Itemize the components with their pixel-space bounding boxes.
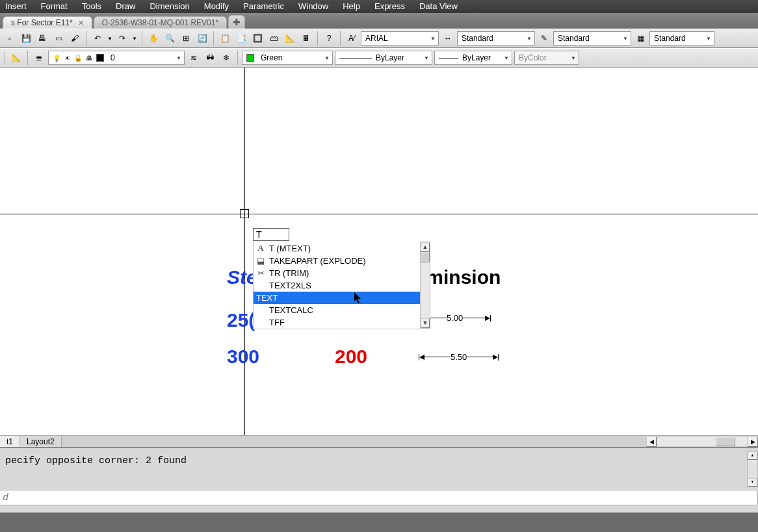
- suggestion-text[interactable]: TEXT: [254, 292, 420, 304]
- menu-format[interactable]: Format: [41, 1, 68, 11]
- separator: [86, 31, 86, 45]
- scroll-left-icon[interactable]: ◀: [646, 437, 657, 447]
- mleader-style-icon[interactable]: ✎: [537, 31, 551, 45]
- tool-palette-icon[interactable]: 🔲: [250, 31, 265, 45]
- lineweight-dropdown[interactable]: ByLayer: [434, 51, 512, 65]
- help-icon[interactable]: ?: [322, 31, 336, 45]
- menu-dataview[interactable]: Data View: [419, 1, 458, 11]
- tablestyle-dropdown[interactable]: Standard: [649, 31, 714, 45]
- layer-dropdown[interactable]: 💡 ☀ 🔓 🖶 0: [48, 51, 185, 65]
- zoom-window-icon[interactable]: ⊞: [179, 31, 193, 45]
- layout-tab-t1[interactable]: t1: [0, 436, 20, 447]
- layer-tool-icon[interactable]: 📐: [9, 51, 23, 65]
- dimension-value: 5.50: [451, 352, 467, 362]
- color-label: Green: [261, 53, 282, 62]
- text-icon: A: [256, 243, 265, 253]
- dynamic-input-box[interactable]: T: [253, 228, 289, 241]
- clean-icon[interactable]: 🗃: [267, 31, 281, 45]
- undo-dd-icon[interactable]: ▼: [107, 31, 113, 45]
- select-icon[interactable]: ▭: [51, 31, 66, 45]
- linetype-dropdown[interactable]: ByLayer: [335, 51, 432, 65]
- pan-icon[interactable]: ✋: [146, 31, 161, 45]
- color-swatch: [246, 54, 254, 62]
- scroll-thumb[interactable]: [421, 252, 430, 262]
- dimension-value: 5.00: [447, 313, 463, 323]
- layout-spacer: [62, 436, 646, 447]
- properties-icon[interactable]: 📋: [218, 31, 232, 45]
- suggestion-trim[interactable]: ✂ TR (TRIM): [254, 267, 420, 279]
- layout-tab-bar: t1 Layout2 ◀ ▶: [0, 435, 758, 447]
- suggestion-textcalc[interactable]: TEXTCALC: [254, 304, 420, 316]
- command-suggestion-list: A T (MTEXT) ⬓ TAKEAPART (EXPLODE) ✂ TR (…: [253, 242, 421, 329]
- undo-icon[interactable]: ↶: [90, 31, 105, 45]
- zoom-prev-icon[interactable]: 🔄: [195, 31, 209, 45]
- separator: [317, 31, 318, 45]
- new-tab-button[interactable]: ✚: [228, 15, 245, 29]
- lineweight-label: ByLayer: [462, 53, 491, 62]
- document-tab-active[interactable]: s For Sector E11* ✕: [3, 16, 92, 29]
- command-line-area: pecify opposite corner: 2 found d ▴ ▾: [0, 447, 758, 513]
- new-icon[interactable]: ▫: [3, 31, 17, 45]
- drawing-canvas[interactable]: Ste iminsion 25( 300 200 5.00 5.50 T AI …: [0, 68, 758, 447]
- scroll-up-icon[interactable]: ▴: [748, 451, 757, 460]
- scroll-thumb[interactable]: [716, 437, 735, 446]
- menu-help[interactable]: Help: [343, 1, 360, 11]
- crosshair-vertical: [244, 68, 245, 447]
- separator: [340, 31, 341, 45]
- textstyle-dropdown[interactable]: Standard: [457, 31, 535, 45]
- scroll-down-icon[interactable]: ▼: [421, 318, 430, 328]
- layer-freeze-icon[interactable]: ❄: [219, 51, 233, 65]
- redo-dd-icon[interactable]: ▼: [131, 31, 138, 45]
- menu-tools[interactable]: Tools: [82, 1, 101, 11]
- plot-icon[interactable]: 🖶: [35, 31, 49, 45]
- layer-manager-icon[interactable]: ≣: [32, 51, 46, 65]
- text-style-icon[interactable]: A⁄: [345, 31, 359, 45]
- tablestyle-label: Standard: [654, 34, 686, 43]
- dimstyle-dropdown[interactable]: Standard: [553, 31, 631, 45]
- menu-draw[interactable]: Draw: [116, 1, 135, 11]
- suggestion-tff[interactable]: TFF: [254, 316, 420, 329]
- document-tab-inactive[interactable]: O-2536-W38-01-MQ-001 REV01*: [94, 16, 227, 29]
- scroll-up-icon[interactable]: ▲: [421, 242, 430, 252]
- zoom-realtime-icon[interactable]: 🔍: [163, 31, 177, 45]
- suggestion-scrollbar[interactable]: ▲ ▼: [420, 242, 430, 329]
- paint-icon[interactable]: 🖌: [68, 31, 82, 45]
- bycolor-dropdown[interactable]: ByColor: [514, 51, 579, 65]
- toolbar-standard: ▫ 💾 🖶 ▭ 🖌 ↶ ▼ ↷ ▼ ✋ 🔍 ⊞ 🔄 📋 📑 🔲 🗃 📐 🖩 ? …: [0, 29, 758, 48]
- separator: [5, 51, 5, 65]
- suggestion-mtext[interactable]: A T (MTEXT): [254, 242, 420, 255]
- scroll-track[interactable]: [657, 437, 748, 447]
- close-icon[interactable]: ✕: [78, 19, 84, 27]
- separator: [213, 31, 214, 45]
- calc-icon[interactable]: 🖩: [299, 31, 313, 45]
- h-scrollbar[interactable]: ◀ ▶: [646, 436, 758, 447]
- menu-insert[interactable]: Insert: [5, 1, 27, 11]
- suggestion-explode[interactable]: ⬓ TAKEAPART (EXPLODE): [254, 255, 420, 267]
- suggestion-label: TEXT: [256, 293, 278, 303]
- save-icon[interactable]: 💾: [19, 31, 33, 45]
- menu-dimension[interactable]: Dimension: [150, 1, 189, 11]
- suggestion-label: TEXT2XLS: [269, 281, 311, 290]
- scroll-down-icon[interactable]: ▾: [748, 478, 757, 487]
- layout-tab-layout2[interactable]: Layout2: [20, 436, 62, 447]
- bycolor-label: ByColor: [519, 53, 547, 62]
- menu-express[interactable]: Express: [374, 1, 405, 11]
- layer-state-icon[interactable]: ≋: [187, 51, 201, 65]
- scroll-right-icon[interactable]: ▶: [748, 437, 758, 447]
- menu-parametric[interactable]: Parametric: [243, 1, 284, 11]
- select-similar-icon[interactable]: 📐: [283, 31, 297, 45]
- menu-modify[interactable]: Modify: [204, 1, 229, 11]
- cursor-pickbox: [240, 209, 249, 218]
- table-style-icon[interactable]: ▦: [633, 31, 647, 45]
- layer-off-icon[interactable]: 🕶: [203, 51, 217, 65]
- font-dropdown[interactable]: ARIAL: [361, 31, 439, 45]
- suggestion-text2xls[interactable]: TEXT2XLS: [254, 279, 420, 292]
- lineweight-preview: [439, 58, 458, 58]
- redo-icon[interactable]: ↷: [115, 31, 129, 45]
- command-input[interactable]: d: [0, 490, 758, 505]
- dim-style-icon[interactable]: ↔: [441, 31, 455, 45]
- sheetset-icon[interactable]: 📑: [234, 31, 248, 45]
- color-dropdown[interactable]: Green: [242, 51, 333, 65]
- menu-window[interactable]: Window: [298, 1, 328, 11]
- command-scrollbar[interactable]: ▴ ▾: [747, 451, 758, 487]
